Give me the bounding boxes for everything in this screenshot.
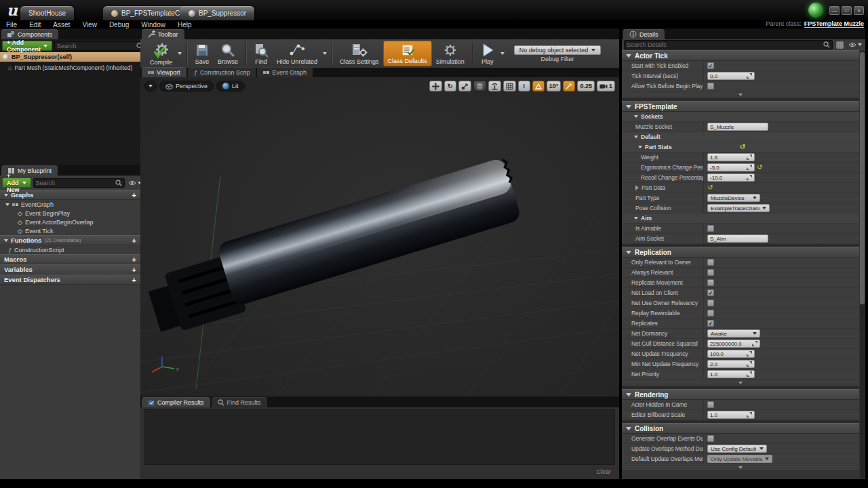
section-collision[interactable]: Collision — [622, 423, 859, 434]
collapsed-icon[interactable] — [635, 185, 639, 190]
section-replication[interactable]: Replication — [622, 247, 859, 258]
functions-header[interactable]: Functions (21 Overridable) + — [0, 235, 140, 245]
menu-edit[interactable]: Edit — [23, 21, 47, 28]
pose-collision-dropdown[interactable]: ExampleTraceChannel — [707, 204, 770, 212]
update-overlaps-dropdown[interactable]: Use Config Default — [707, 445, 767, 453]
window-tab-shoothouse[interactable]: ShootHouse — [20, 6, 74, 20]
menu-window[interactable]: Window — [135, 21, 172, 28]
number-input[interactable]: 2.0 — [707, 360, 755, 368]
checkbox[interactable] — [707, 269, 714, 276]
class-settings-button[interactable]: Class Settings — [336, 40, 383, 67]
number-input[interactable]: -10.0 — [707, 174, 755, 182]
debug-object-dropdown[interactable]: No debug object selected — [514, 45, 601, 55]
checkbox[interactable] — [707, 279, 714, 286]
text-input[interactable]: S_Aim — [707, 235, 768, 243]
add-macro-button[interactable]: + — [132, 256, 136, 263]
class-defaults-button[interactable]: Class Defaults — [383, 41, 432, 66]
subsection-part-stats[interactable]: Part Stats ↺ — [622, 142, 859, 152]
section-expander[interactable] — [622, 92, 859, 98]
play-options-button[interactable] — [500, 52, 505, 55]
grid-snap-button[interactable] — [503, 81, 516, 92]
rotation-snap-value-button[interactable]: 10° — [547, 81, 561, 92]
checkbox[interactable] — [707, 310, 714, 317]
tab-details[interactable]: Details — [623, 29, 665, 39]
variables-header[interactable]: Variables + — [0, 264, 140, 274]
clear-button[interactable]: Clear — [596, 468, 611, 475]
3d-viewport[interactable]: Perspective Lit ↻ ! 10° 0.2 — [140, 77, 619, 396]
number-input[interactable]: 225000000.0 — [707, 340, 760, 348]
my-blueprint-search-input[interactable] — [36, 180, 115, 186]
details-search-input[interactable] — [627, 41, 823, 48]
tab-construction-script[interactable]: ƒ Construction Scrip — [188, 67, 256, 77]
close-button[interactable]: × — [854, 6, 864, 15]
tab-viewport[interactable]: Viewport — [142, 67, 186, 77]
add-function-button[interactable]: + — [132, 237, 136, 244]
subsection-default[interactable]: Default — [622, 132, 859, 142]
lit-mode-button[interactable]: Lit — [216, 81, 245, 92]
menu-help[interactable]: Help — [172, 21, 198, 28]
subsection-aim[interactable]: Aim — [622, 214, 859, 224]
window-tab-suppressor-blueprint[interactable]: BP_Suppressor — [180, 6, 254, 20]
event-dispatchers-header[interactable]: Event Dispatchers + — [0, 274, 140, 285]
construction-script-row[interactable]: ƒ ConstructionScript — [0, 245, 140, 254]
source-control-status-icon[interactable] — [808, 3, 823, 18]
event-tick-row[interactable]: ◇ Event Tick — [0, 226, 140, 235]
number-input[interactable]: 1.0 — [707, 411, 755, 419]
graphs-header[interactable]: Graphs + — [0, 190, 140, 200]
hide-unrelated-options-button[interactable] — [323, 52, 327, 55]
reset-to-default-icon[interactable]: ↺ — [740, 144, 745, 150]
simulation-button[interactable]: Simulation — [432, 40, 469, 67]
save-button[interactable]: Save — [191, 40, 214, 67]
tab-event-graph[interactable]: Event Graph — [257, 67, 313, 77]
menu-view[interactable]: View — [76, 21, 103, 28]
tab-find-results[interactable]: Find Results — [212, 397, 267, 407]
number-input[interactable]: 100.0 — [707, 350, 755, 358]
tab-toolbar[interactable]: Toolbar — [142, 29, 184, 39]
details-view-options-button[interactable] — [847, 42, 863, 47]
perspective-button[interactable]: Perspective — [159, 81, 214, 92]
tab-compiler-results[interactable]: Compiler Results — [142, 397, 210, 407]
tab-components[interactable]: Components — [1, 29, 58, 39]
number-input[interactable]: -5.0 — [707, 163, 755, 171]
checkbox[interactable]: ✓ — [707, 62, 714, 69]
component-row-root[interactable]: BP_Suppressor(self) — [0, 52, 140, 62]
component-row-part-mesh[interactable]: ⌂ Part Mesh (StaticMeshComponent) (Inher… — [0, 63, 140, 73]
find-button[interactable]: Find — [250, 40, 273, 67]
coordinate-system-button[interactable] — [473, 81, 486, 92]
section-expander[interactable] — [622, 380, 859, 386]
hide-unrelated-button[interactable]: Hide Unrelated — [273, 40, 321, 67]
macros-header[interactable]: Macros + — [0, 254, 140, 264]
event-beginplay-row[interactable]: ◇ Event BeginPlay — [0, 209, 140, 218]
section-expander[interactable] — [622, 464, 859, 471]
eventgraph-row[interactable]: EventGraph — [0, 200, 140, 209]
menu-file[interactable]: File — [0, 21, 23, 28]
parent-class-link[interactable]: FPSTemplate Muzzle — [804, 20, 864, 28]
number-input[interactable]: 1.6 — [707, 153, 755, 161]
text-input[interactable]: S_Muzzle — [707, 123, 768, 131]
compile-button[interactable]: Compile — [146, 40, 176, 67]
browse-button[interactable]: Browse — [214, 40, 242, 67]
surface-snap-button[interactable] — [488, 81, 501, 92]
checkbox[interactable] — [707, 225, 714, 232]
details-scrollbar[interactable] — [860, 51, 865, 479]
maximize-button[interactable]: □ — [842, 6, 852, 15]
rotate-tool-button[interactable]: ↻ — [444, 81, 456, 92]
checkbox[interactable] — [707, 435, 714, 442]
property-matrix-button[interactable] — [835, 41, 845, 49]
number-input[interactable]: 1.0 — [707, 370, 755, 378]
minimize-button[interactable]: — — [829, 6, 840, 15]
reset-to-default-icon[interactable]: ↺ — [757, 164, 762, 171]
play-button[interactable]: Play — [476, 40, 499, 67]
menu-debug[interactable]: Debug — [103, 21, 135, 28]
net-dormancy-dropdown[interactable]: Awake — [707, 329, 760, 338]
translate-tool-button[interactable] — [429, 81, 442, 92]
part-type-dropdown[interactable]: MuzzleDevice — [707, 194, 760, 202]
checkbox[interactable]: ✓ — [707, 289, 714, 296]
add-component-button[interactable]: + Add Component — [2, 41, 52, 51]
section-rendering[interactable]: Rendering — [622, 389, 859, 400]
checkbox[interactable] — [707, 83, 714, 89]
viewport-options-button[interactable] — [144, 81, 157, 92]
checkbox[interactable] — [707, 259, 714, 266]
checkbox[interactable]: ✓ — [707, 320, 714, 327]
add-variable-button[interactable]: + — [132, 266, 136, 273]
